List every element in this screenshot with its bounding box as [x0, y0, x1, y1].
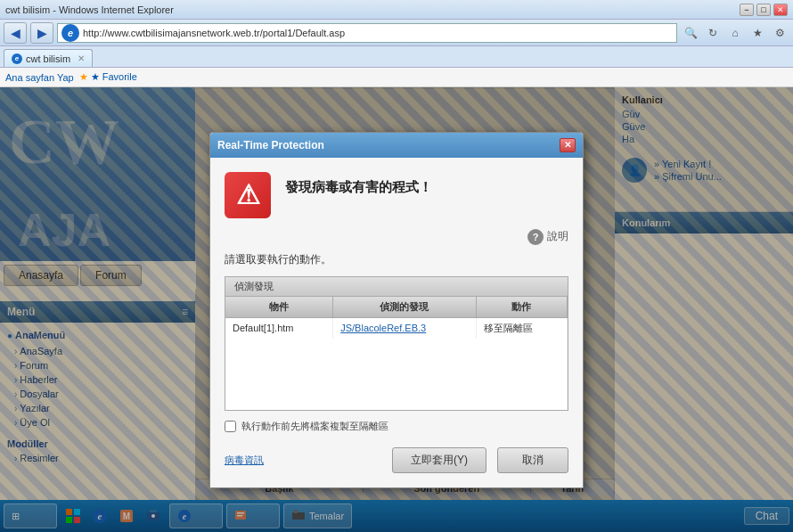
maximize-button[interactable]: □ [756, 4, 771, 16]
col-header-detection: 偵測的發現 [333, 297, 477, 318]
warning-symbol: ⚠ [236, 179, 260, 210]
content-area: CW AJA Anasayfa Forum Menü ≡ ● AnaMenuü [0, 87, 793, 532]
cancel-button[interactable]: 取消 [497, 447, 568, 473]
tab-label: cwt bilisim [26, 53, 70, 64]
nav-icons: 🔍 ↻ ⌂ ★ ⚙ [681, 23, 789, 43]
active-tab[interactable]: e cwt bilisim ✕ [4, 49, 93, 67]
detection-table: 物件 偵測的發現 動作 Default[1].htm JS/BlacoleRef… [225, 297, 568, 410]
forward-button[interactable]: ▶ [30, 22, 53, 44]
back-button[interactable]: ◀ [4, 22, 27, 44]
warning-icon: ⚠ [225, 172, 271, 218]
refresh-icon[interactable]: ↻ [703, 23, 723, 43]
dialog-titlebar: Real-Time Protection ✕ [210, 133, 583, 158]
favorites-item-star[interactable]: ★ ★ Favorile [79, 71, 137, 83]
help-icon: ? [527, 229, 544, 245]
detection-tab: 偵測發現 [225, 277, 568, 297]
favorites-item-home[interactable]: Ana sayfan Yap [5, 72, 74, 83]
browser-window: cwt bilisim - Windows Internet Explorer … [0, 0, 793, 532]
browser-title: cwt bilisim - Windows Internet Explorer [5, 4, 174, 15]
favorites-star-icon[interactable]: ★ [748, 23, 767, 43]
col-header-object: 物件 [225, 297, 333, 318]
dialog-title-controls: ✕ [560, 138, 576, 152]
table-row: Default[1].htm JS/BlacoleRef.EB.3 移至隔離區 [225, 317, 568, 339]
ie-logo: e [61, 24, 79, 42]
col-header-action: 動作 [476, 297, 567, 318]
copy-before-action-checkbox[interactable] [225, 421, 236, 432]
home-icon[interactable]: ⌂ [725, 23, 745, 43]
navigation-bar: ◀ ▶ e http://www.cwtbilisimajansnetwork.… [0, 20, 793, 46]
dialog-main-title: 發現病毒或有害的程式！ [285, 179, 432, 196]
tab-bar: e cwt bilisim ✕ [0, 46, 793, 68]
search-icon[interactable]: 🔍 [681, 23, 700, 43]
favorites-bar: Ana sayfan Yap ★ ★ Favorile [0, 68, 793, 87]
dialog-help-row: ? 說明 [225, 229, 568, 245]
address-bar[interactable]: e http://www.cwtbilisimajansnetwork.web.… [57, 23, 677, 43]
virus-info-link[interactable]: 病毒資訊 [225, 454, 264, 467]
dialog-body: ⚠ 發現病毒或有害的程式！ ? 說明 請選取要執行的動作。 偵測發現 [210, 158, 583, 487]
dialog-title: Real-Time Protection [217, 139, 324, 151]
checkbox-row: 執行動作前先將檔案複製至隔離區 [225, 420, 568, 433]
settings-icon[interactable]: ⚙ [770, 23, 789, 43]
title-controls: − □ ✕ [740, 4, 788, 16]
close-button[interactable]: ✕ [773, 4, 788, 16]
dialog-header-row: ⚠ 發現病毒或有害的程式！ [225, 172, 568, 218]
action-buttons: 立即套用(Y) 取消 [392, 447, 568, 473]
dialog-overlay: Real-Time Protection ✕ ⚠ 發現病毒或有害的程式！ [0, 87, 793, 532]
real-time-protection-dialog: Real-Time Protection ✕ ⚠ 發現病毒或有害的程式！ [209, 132, 584, 488]
empty-row [225, 339, 568, 410]
action-cell: 移至隔離區 [476, 317, 567, 339]
favorites-star-label: ★ Favorile [91, 71, 137, 83]
dialog-actions: 病毒資訊 立即套用(Y) 取消 [225, 444, 568, 473]
tab-favicon: e [12, 53, 22, 64]
checkbox-label: 執行動作前先將檔案複製至隔離區 [241, 420, 388, 433]
detection-cell[interactable]: JS/BlacoleRef.EB.3 [333, 317, 477, 339]
tab-close-icon[interactable]: ✕ [78, 53, 85, 63]
dialog-description: 請選取要執行的動作。 [225, 252, 568, 267]
confirm-button[interactable]: 立即套用(Y) [392, 447, 486, 473]
title-bar: cwt bilisim - Windows Internet Explorer … [0, 0, 793, 20]
minimize-button[interactable]: − [740, 4, 754, 16]
dialog-close-button[interactable]: ✕ [560, 138, 576, 152]
object-cell: Default[1].htm [225, 317, 333, 339]
favorites-home-label: Ana sayfan Yap [5, 72, 74, 83]
star-icon: ★ [79, 71, 88, 83]
help-label: 說明 [547, 229, 568, 244]
detection-box: 偵測發現 物件 偵測的發現 動作 De [225, 276, 568, 411]
url-text: http://www.cwtbilisimajansnetwork.web.tr… [83, 28, 345, 38]
